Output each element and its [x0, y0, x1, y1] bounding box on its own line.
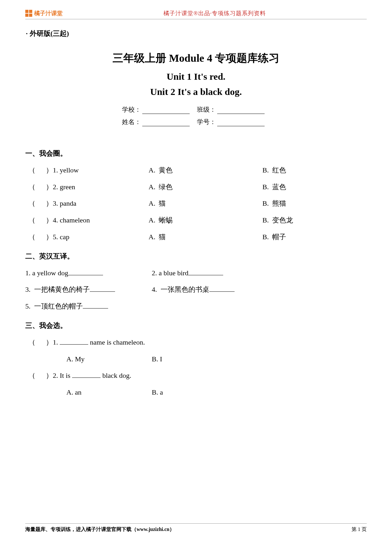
header-subtitle: 橘子汁课堂®出品·专项练习题系列资料 — [63, 9, 367, 17]
unit2-title: Unit 2 It's a black dog. — [25, 86, 367, 97]
label-class: 班级： — [197, 106, 216, 113]
footer-page-number: 第 1 页 — [352, 526, 367, 533]
footer-left: 海量题库、专项训练，进入橘子汁课堂官网下载（www.juzizhi.cn） — [25, 526, 175, 533]
answer-bracket[interactable]: （ ） — [28, 233, 53, 241]
answer-bracket[interactable]: （ ） — [28, 371, 53, 379]
section1-heading: 一、我会圈。 — [25, 145, 367, 162]
s2-row2: 3. 一把橘黄色的椅子 4. 一张黑色的书桌 — [25, 281, 367, 298]
answer-blank[interactable] — [209, 285, 235, 292]
answer-bracket[interactable]: （ ） — [28, 338, 53, 346]
s1-q5: （ ）5. cap A. 猫 B. 帽子 — [25, 229, 367, 246]
s2-row3: 5. 一顶红色的帽子 — [25, 298, 367, 315]
s3-q1-options: A. My B. I — [25, 351, 367, 368]
answer-bracket[interactable]: （ ） — [28, 199, 53, 207]
answer-blank[interactable] — [83, 302, 108, 309]
answer-blank[interactable] — [188, 269, 223, 275]
logo-text: 橘子汁课堂 — [34, 9, 63, 17]
s1-q3: （ ）3. panda A. 猫 B. 熊猫 — [25, 195, 367, 212]
answer-blank[interactable] — [90, 285, 115, 292]
section3-heading: 三、我会选。 — [25, 317, 367, 334]
main-title: 三年级上册 Module 4 专项题库练习 — [25, 51, 367, 65]
content-area: 一、我会圈。 （ ）1. yellow A. 黄色 B. 红色 （ ）2. gr… — [25, 145, 367, 401]
answer-bracket[interactable]: （ ） — [28, 216, 53, 224]
unit1-title: Unit 1 It's red. — [25, 71, 367, 82]
s3-q2: （ ）2. It is black dog. — [25, 367, 367, 384]
fill-blank[interactable] — [60, 338, 88, 345]
s3-q1: （ ）1. name is chameleon. — [25, 334, 367, 351]
answer-bracket[interactable]: （ ） — [28, 166, 53, 174]
s3-q2-options: A. an B. a — [25, 384, 367, 401]
blank-id[interactable] — [217, 120, 265, 126]
title-block: 三年级上册 Module 4 专项题库练习 Unit 1 It's red. U… — [25, 51, 367, 126]
blank-class[interactable] — [217, 108, 265, 114]
page-header: 橘子汁课堂 橘子汁课堂®出品·专项练习题系列资料 — [25, 9, 367, 19]
s1-q1: （ ）1. yellow A. 黄色 B. 红色 — [25, 162, 367, 179]
s1-q4: （ ）4. chameleon A. 蜥蜴 B. 变色龙 — [25, 212, 367, 229]
logo-icon — [25, 10, 32, 17]
label-name: 姓名： — [122, 118, 141, 125]
section2-heading: 二、英汉互译。 — [25, 248, 367, 265]
edition-label: 外研版(三起) — [26, 29, 367, 38]
answer-bracket[interactable]: （ ） — [28, 183, 53, 191]
student-info-line2: 姓名： 学号： — [122, 118, 270, 126]
s1-q2: （ ）2. green A. 绿色 B. 蓝色 — [25, 179, 367, 196]
page-footer: 海量题库、专项训练，进入橘子汁课堂官网下载（www.juzizhi.cn） 第 … — [25, 523, 367, 533]
blank-name[interactable] — [142, 120, 190, 126]
s2-row1: 1. a yellow dog 2. a blue bird — [25, 265, 367, 282]
answer-blank[interactable] — [68, 269, 103, 275]
blank-school[interactable] — [142, 108, 190, 114]
fill-blank[interactable] — [72, 371, 101, 378]
label-school: 学校： — [122, 106, 141, 113]
label-id: 学号： — [197, 118, 216, 125]
brand-logo: 橘子汁课堂 — [25, 9, 63, 17]
student-info-line1: 学校： 班级： — [122, 105, 270, 114]
